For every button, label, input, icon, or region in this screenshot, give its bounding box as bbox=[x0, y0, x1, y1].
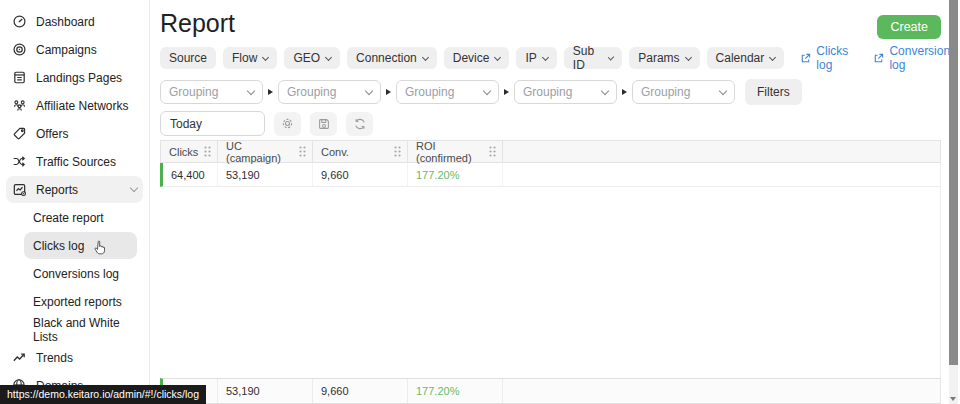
sidebar-subitem-create-report[interactable]: Create report bbox=[24, 204, 137, 231]
sidebar-item-label: Reports bbox=[36, 183, 78, 197]
sidebar-item-campaigns[interactable]: Campaigns bbox=[6, 36, 143, 63]
filter-pill-geo[interactable]: GEO bbox=[284, 47, 340, 69]
pill-label: Device bbox=[453, 51, 490, 65]
refresh-icon bbox=[353, 117, 367, 131]
sidebar-item-dashboard[interactable]: Dashboard bbox=[6, 8, 143, 35]
select-placeholder: Grouping bbox=[287, 85, 336, 99]
grouping-select-2[interactable]: Grouping bbox=[278, 80, 381, 104]
pill-label: GEO bbox=[293, 51, 320, 65]
cell-clicks: 64,400 bbox=[163, 163, 218, 186]
chevron-down-icon bbox=[325, 53, 332, 60]
column-header-filler bbox=[503, 141, 940, 162]
sidebar-item-affiliate-networks[interactable]: Affiliate Networks bbox=[6, 92, 143, 119]
pill-label: IP bbox=[525, 51, 536, 65]
sidebar-item-reports[interactable]: Reports bbox=[6, 176, 143, 203]
drag-handle-icon[interactable] bbox=[299, 146, 306, 157]
sidebar: Dashboard Campaigns Landings Pages Affil… bbox=[0, 0, 150, 404]
column-header-clicks[interactable]: Clicks bbox=[161, 141, 218, 162]
column-label: ROI (confirmed) bbox=[416, 140, 489, 164]
grouping-select-1[interactable]: Grouping bbox=[160, 80, 263, 104]
drag-handle-icon[interactable] bbox=[394, 146, 401, 157]
grouping-select-3[interactable]: Grouping bbox=[396, 80, 499, 104]
create-button[interactable]: Create bbox=[877, 15, 941, 39]
floppy-save-icon bbox=[317, 117, 331, 131]
people-group-icon bbox=[11, 98, 27, 114]
sidebar-item-offers[interactable]: Offers bbox=[6, 120, 143, 147]
arrow-separator-icon bbox=[386, 89, 391, 95]
arrow-separator-icon bbox=[622, 89, 627, 95]
page-title: Report bbox=[150, 0, 960, 38]
filters-button[interactable]: Filters bbox=[745, 79, 802, 105]
sidebar-subitem-clicks-log[interactable]: Clicks log bbox=[24, 232, 137, 259]
main-content: Report Create Source Flow GEO Connection… bbox=[150, 0, 960, 404]
pill-label: Sub ID bbox=[573, 44, 603, 72]
sidebar-item-label: Landings Pages bbox=[36, 71, 122, 85]
cell-filler bbox=[503, 163, 940, 186]
grouping-select-5[interactable]: Grouping bbox=[632, 80, 735, 104]
column-header-roi-confirmed[interactable]: ROI (confirmed) bbox=[408, 141, 503, 162]
chevron-down-icon bbox=[719, 86, 727, 94]
column-header-conv[interactable]: Conv. bbox=[313, 141, 408, 162]
footer-uc-campaign: 53,190 bbox=[218, 379, 313, 403]
conversions-log-link[interactable]: Conversions log bbox=[873, 44, 960, 72]
filter-pill-calendar[interactable]: Calendar bbox=[707, 47, 785, 69]
cell-conv: 9,660 bbox=[313, 163, 408, 186]
tag-icon bbox=[11, 126, 27, 142]
column-label: UC (campaign) bbox=[226, 140, 299, 164]
sidebar-item-landings-pages[interactable]: Landings Pages bbox=[6, 64, 143, 91]
trend-up-icon bbox=[11, 350, 27, 366]
filter-pill-ip[interactable]: IP bbox=[516, 47, 556, 69]
filter-pill-params[interactable]: Params bbox=[629, 47, 699, 69]
chevron-down-icon bbox=[601, 86, 609, 94]
drag-handle-icon[interactable] bbox=[204, 146, 211, 157]
scrollbar-down-arrow-icon[interactable] bbox=[950, 397, 956, 401]
cell-roi-confirmed: 177.20% bbox=[408, 163, 503, 186]
sidebar-subitem-label: Create report bbox=[33, 211, 104, 225]
sidebar-item-label: Affiliate Networks bbox=[36, 99, 128, 113]
arrow-separator-icon bbox=[504, 89, 509, 95]
settings-button[interactable] bbox=[274, 112, 301, 136]
toolbar-row: Today bbox=[160, 111, 960, 136]
external-link-icon bbox=[873, 53, 884, 64]
clicks-log-link[interactable]: Clicks log bbox=[800, 44, 857, 72]
pill-label: Calendar bbox=[716, 51, 765, 65]
vertical-scrollbar[interactable] bbox=[949, 0, 958, 404]
sidebar-subitem-conversions-log[interactable]: Conversions log bbox=[24, 260, 137, 287]
column-header-uc-campaign[interactable]: UC (campaign) bbox=[218, 141, 313, 162]
bullseye-icon bbox=[11, 42, 27, 58]
save-report-button[interactable] bbox=[310, 112, 337, 136]
arrow-separator-icon bbox=[268, 89, 273, 95]
grouping-select-4[interactable]: Grouping bbox=[514, 80, 617, 104]
chevron-down-icon bbox=[494, 53, 501, 60]
cell-uc-campaign: 53,190 bbox=[218, 163, 313, 186]
table-footer-row: 64,400 53,190 9,660 177.20% bbox=[160, 378, 941, 404]
chevron-down-icon bbox=[483, 86, 491, 94]
chevron-down-icon bbox=[130, 184, 138, 192]
filter-pill-sub-id[interactable]: Sub ID bbox=[564, 47, 622, 69]
column-label: Clicks bbox=[169, 146, 198, 158]
scrollbar-thumb[interactable] bbox=[949, 0, 958, 365]
footer-roi-confirmed: 177.20% bbox=[408, 379, 503, 403]
select-placeholder: Grouping bbox=[405, 85, 454, 99]
sidebar-item-traffic-sources[interactable]: Traffic Sources bbox=[6, 148, 143, 175]
pill-label: Source bbox=[169, 51, 207, 65]
date-range-select[interactable]: Today bbox=[160, 111, 265, 136]
sidebar-item-label: Offers bbox=[36, 127, 68, 141]
filter-pill-connection[interactable]: Connection bbox=[347, 47, 437, 69]
filter-pill-flow[interactable]: Flow bbox=[223, 47, 277, 69]
date-range-value: Today bbox=[170, 117, 202, 131]
filter-pill-source[interactable]: Source bbox=[160, 47, 216, 69]
chevron-down-icon bbox=[365, 86, 373, 94]
sidebar-subitem-black-white-lists[interactable]: Black and White Lists bbox=[24, 316, 137, 343]
sidebar-item-trends[interactable]: Trends bbox=[6, 344, 143, 371]
filter-pill-device[interactable]: Device bbox=[444, 47, 510, 69]
sidebar-subitem-exported-reports[interactable]: Exported reports bbox=[24, 288, 137, 315]
refresh-button[interactable] bbox=[346, 112, 373, 136]
pill-label: Params bbox=[638, 51, 679, 65]
filter-pills-row: Source Flow GEO Connection Device IP Sub… bbox=[160, 44, 960, 72]
chevron-down-icon bbox=[247, 86, 255, 94]
external-link-icon bbox=[800, 53, 811, 64]
select-placeholder: Grouping bbox=[523, 85, 572, 99]
table-row[interactable]: 64,400 53,190 9,660 177.20% bbox=[160, 163, 941, 187]
drag-handle-icon[interactable] bbox=[489, 146, 496, 157]
